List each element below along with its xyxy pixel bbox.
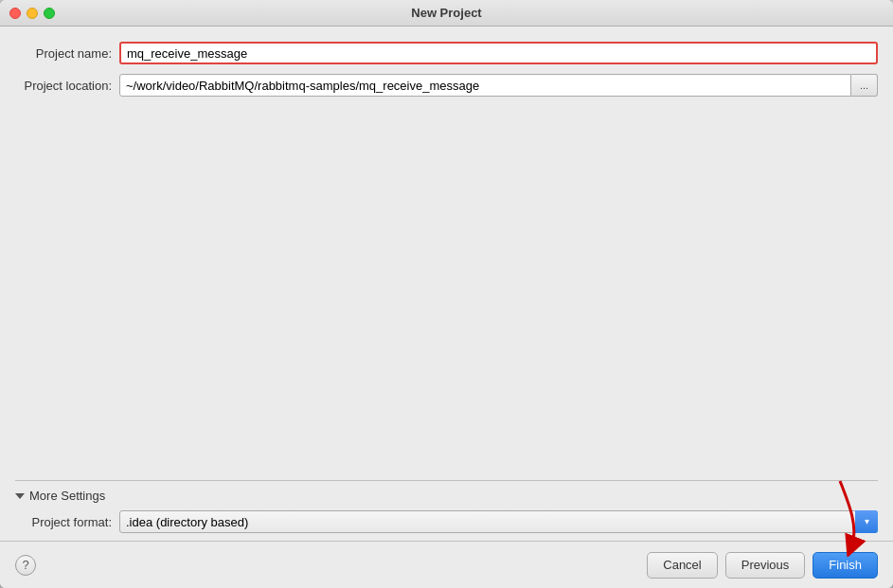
window-title: New Project [411, 6, 481, 20]
help-button[interactable]: ? [15, 555, 36, 576]
main-window: New Project Project name: Project locati… [0, 0, 893, 588]
project-format-row: Project format: .idea (directory based) … [15, 510, 878, 533]
bottom-bar: ? Cancel Previous Finish [0, 541, 893, 588]
traffic-lights [9, 8, 55, 19]
cancel-button[interactable]: Cancel [647, 552, 717, 579]
project-name-input[interactable] [119, 42, 878, 64]
maximize-button[interactable] [44, 8, 55, 19]
project-format-wrapper: .idea (directory based) Eclipse (classic… [119, 510, 878, 533]
project-name-label: Project name: [15, 46, 119, 61]
location-input-group: ... [119, 74, 878, 97]
project-format-select[interactable]: .idea (directory based) Eclipse (classic… [119, 510, 878, 533]
close-button[interactable] [9, 8, 21, 19]
more-settings-toggle[interactable]: More Settings [15, 489, 878, 503]
finish-button-container: Finish [813, 552, 878, 579]
finish-button[interactable]: Finish [813, 552, 878, 579]
spacer [15, 106, 878, 480]
project-location-input[interactable] [119, 74, 851, 97]
minimize-button[interactable] [27, 8, 38, 19]
chevron-down-icon [15, 493, 25, 499]
title-bar: New Project [0, 0, 893, 27]
project-name-row: Project name: [15, 42, 878, 64]
action-buttons: Cancel Previous Finish [647, 552, 878, 579]
project-location-row: Project location: ... [15, 74, 878, 97]
project-format-label: Project format: [15, 515, 119, 529]
project-location-label: Project location: [15, 79, 119, 93]
content-area: Project name: Project location: ... More… [0, 27, 893, 541]
more-settings-section: More Settings Project format: .idea (dir… [15, 480, 878, 541]
more-settings-label: More Settings [29, 489, 105, 503]
browse-button[interactable]: ... [851, 74, 878, 97]
previous-button[interactable]: Previous [725, 552, 806, 579]
